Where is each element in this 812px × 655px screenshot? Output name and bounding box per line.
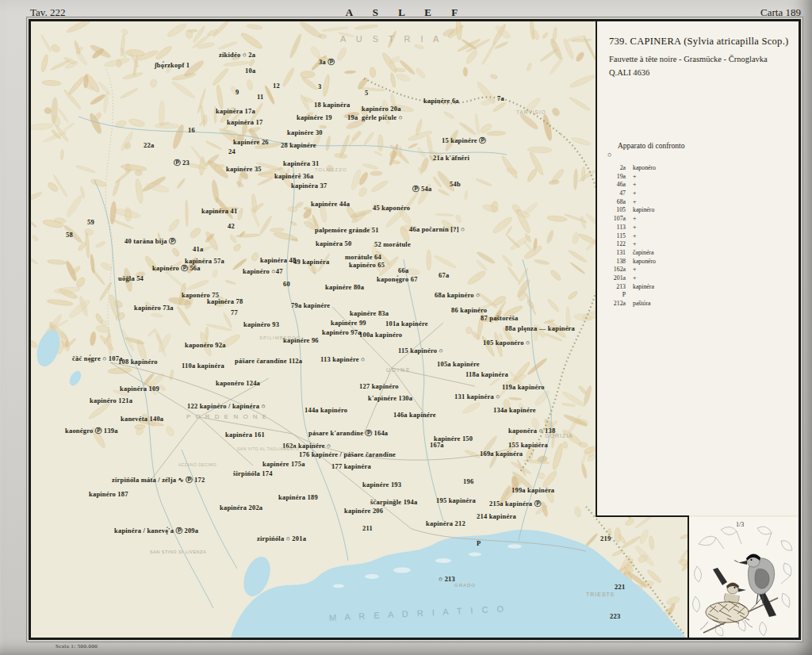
bird-scale-note: 1/3 <box>736 521 744 528</box>
apparato-row: 162a+ <box>603 266 762 274</box>
apparato-word: kapinéra <box>633 283 762 292</box>
map-label: 49 kapinéra <box>293 258 329 266</box>
apparato-row: 131čapinéra <box>603 249 762 258</box>
map-label: 195 kapinéra <box>436 496 476 504</box>
apparato-word: kaponéro <box>633 258 762 266</box>
map-label: 5 <box>365 89 368 97</box>
apparato-word: + <box>633 224 762 232</box>
map-label: 155 kapinéra <box>508 441 548 449</box>
geo-label: TOLMEZZO <box>315 167 347 172</box>
geo-label: UDINE <box>386 367 412 373</box>
apparato-row: 68a+ <box>603 198 762 207</box>
map-label: kapinéra / kanevę́'a Ⓟ 209a <box>114 527 198 536</box>
apparato-point-number: 212a <box>603 300 626 308</box>
map-label: 105 kaponéro ○ <box>483 339 530 347</box>
geo-label: TARVISIO <box>516 109 546 115</box>
map-label: kapinére 193 <box>362 481 401 488</box>
apparato-word: paštóra <box>633 300 762 308</box>
apparato-point-number: 19a <box>603 173 626 182</box>
map-label: zikidéo ○ 2a <box>219 51 255 59</box>
map-label: 18 kapinéra <box>314 101 350 109</box>
apparato-word: + <box>633 173 762 182</box>
map-label: 46a počarnín [?] ○ <box>409 225 465 233</box>
map-label: zirpińóla ○ 201a <box>257 534 306 542</box>
apparato-point-number: 113 <box>603 224 626 232</box>
questionnaire-ref: Q.ALI 4636 <box>609 68 649 77</box>
geo-label: M A R E A D R I A T I C O <box>329 603 508 622</box>
map-label: kapinére 26 <box>233 138 269 146</box>
apparato-point-number: 213 <box>603 283 626 292</box>
apparato-point-number: 115 <box>603 232 626 241</box>
geo-label: AZZANO DECIMO <box>178 462 216 467</box>
apparato-row: 138kaponéro <box>603 258 762 266</box>
apparato-point-number: 46a <box>603 181 626 190</box>
map-label: 144a kapinéro <box>304 406 347 414</box>
apparato-point-number: 68a <box>603 198 626 207</box>
map-label: kapinéra 78 <box>207 297 243 305</box>
apparato-row: 47+ <box>603 190 762 198</box>
panel-divider-step <box>596 515 689 517</box>
map-label: kapinére 19 <box>297 113 332 121</box>
apparato-row: 2akaponéro <box>603 164 762 173</box>
map-label: 101a kapinére <box>385 320 428 328</box>
map-label: 11 <box>257 93 263 101</box>
map-label: 10a <box>245 67 255 75</box>
map-label: 21a k'äfnĕri <box>433 154 469 162</box>
map-label: 122 kapinéro / kapinéra ○ <box>187 402 266 410</box>
map-label: ○ 213 <box>439 575 455 583</box>
map-label: kapinére 6a <box>423 97 459 105</box>
apparato-row: 201a+ <box>603 274 762 283</box>
map-label: kapinéra 189 <box>278 493 318 501</box>
map-label: 176 kapinére / pášare čarandíne <box>299 450 396 458</box>
map-label: k'apinére 130a <box>368 394 412 402</box>
apparato-row: 122+ <box>603 240 762 249</box>
map-label: kapinéra 17a <box>216 107 255 115</box>
map-label: 118a kapinéra <box>465 370 508 378</box>
map-label: kapinére 175a <box>262 460 305 468</box>
apparato-word: + <box>633 274 762 283</box>
map-label: kapinéra 202a <box>220 504 262 511</box>
female-blackcap-nest <box>700 568 753 630</box>
map-label: pášare čarandíne 112a <box>235 357 302 365</box>
map-label: 58 <box>66 231 73 239</box>
map-label: kaponę́gro 67 <box>377 275 418 283</box>
apparato-point-number: P <box>603 291 626 300</box>
apparato-word: kaponéro <box>633 164 762 173</box>
map-label: kanevéta 140a <box>121 415 163 423</box>
map-label: kapinéra 212 <box>426 519 465 527</box>
apparato-row: P <box>603 291 762 300</box>
geo-label: SAN VITO AL TAGLIAMENTO <box>237 446 299 451</box>
map-label: kapinéra 37 <box>291 182 327 190</box>
apparato-point-number: 162a <box>603 266 626 274</box>
map-title: 739. CAPINERA (Sylvia atricapilla Scop.) <box>609 36 791 48</box>
bird-illustration <box>689 517 799 638</box>
map-label: 9 <box>236 88 239 96</box>
map-label: kapinéra 31 <box>283 159 319 167</box>
map-label: P <box>477 539 481 547</box>
map-label: 16 <box>188 126 195 134</box>
map-label: ŝirpińóla 174 <box>233 469 273 477</box>
apparato-point-number: 138 <box>603 258 626 266</box>
geo-label: GORIZIA <box>545 433 573 439</box>
map-label: 115 kapinéro ○ <box>398 347 443 354</box>
apparato-row: 113+ <box>603 224 762 232</box>
scale-note: Scala 1: 500.000 <box>56 643 98 649</box>
map-label: 131 kapinéra ○ <box>454 393 500 400</box>
map-label: morátule 64 <box>345 253 381 261</box>
map-label: kapinére 35 <box>226 165 262 173</box>
map-label: 146a kapinére <box>393 411 436 419</box>
apparato-point-number: 201a <box>603 274 626 283</box>
geo-label: P O R D E N O N E <box>186 413 268 420</box>
map-label: 86 kapinéro <box>451 306 487 314</box>
bird-panel: 1/3 <box>689 517 799 638</box>
map-label: kapinéro 97a <box>322 328 362 336</box>
map-label: kapinéro 20a <box>362 105 401 113</box>
apparato-point-number: 131 <box>603 249 626 258</box>
map-label: zirpińóla máta / zélja ∿ Ⓟ 172 <box>112 476 205 485</box>
map-label: kaonégro Ⓟ 139a <box>65 427 118 436</box>
apparato-row: 213kapinéra <box>603 283 762 292</box>
bird-panel-divider <box>688 515 689 638</box>
apparato-row: 46a+ <box>603 181 762 190</box>
map-label: kapinére 99 <box>331 319 366 327</box>
map-subtitle: Fauvette à tête noire - Grasmücke - Črno… <box>609 55 793 63</box>
